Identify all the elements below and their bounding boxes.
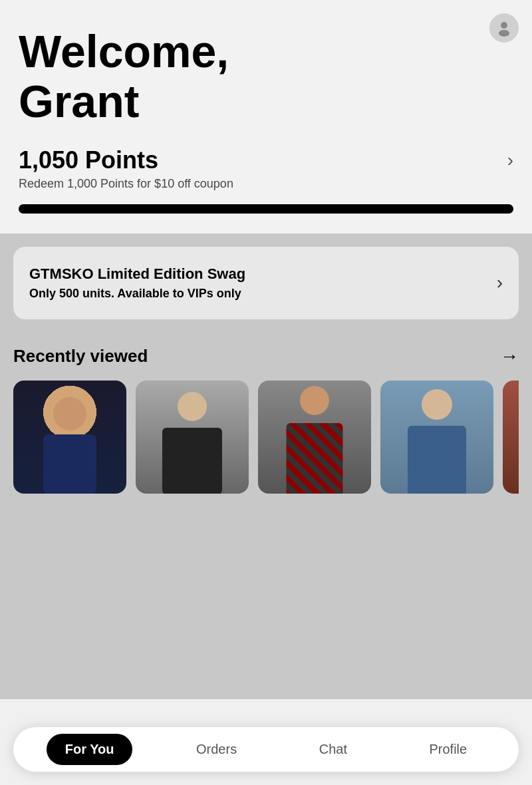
recently-viewed-section: Recently viewed → bbox=[13, 346, 519, 500]
recently-viewed-title: Recently viewed bbox=[13, 346, 148, 367]
promo-chevron-icon: › bbox=[497, 272, 503, 293]
nav-profile-label: Profile bbox=[429, 742, 467, 757]
nav-orders[interactable]: Orders bbox=[178, 734, 255, 765]
nav-for-you-label: For You bbox=[65, 742, 114, 757]
bottom-section: GTMSKO Limited Edition Swag Only 500 uni… bbox=[0, 234, 532, 699]
welcome-text: Welcome, Grant bbox=[19, 27, 513, 126]
promo-subtitle: Only 500 units. Available to VIPs only bbox=[29, 287, 497, 301]
redeem-text: Redeem 1,000 Points for $10 off coupon bbox=[19, 177, 513, 191]
products-scroll[interactable] bbox=[13, 381, 519, 500]
nav-for-you[interactable]: For You bbox=[47, 734, 133, 765]
points-chevron-icon[interactable]: › bbox=[507, 150, 513, 171]
promo-content: GTMSKO Limited Edition Swag Only 500 uni… bbox=[29, 265, 497, 301]
nav-orders-label: Orders bbox=[196, 742, 237, 757]
points-section: 1,050 Points › Redeem 1,000 Points for $… bbox=[19, 146, 513, 214]
promo-card[interactable]: GTMSKO Limited Edition Swag Only 500 uni… bbox=[13, 247, 519, 319]
see-all-arrow-icon[interactable]: → bbox=[500, 346, 519, 367]
nav-chat-label: Chat bbox=[319, 742, 347, 757]
bottom-nav: For You Orders Chat Profile bbox=[13, 727, 519, 772]
nav-chat[interactable]: Chat bbox=[301, 734, 366, 765]
svg-point-1 bbox=[499, 30, 509, 37]
points-label: 1,050 Points bbox=[19, 146, 158, 174]
nav-profile[interactable]: Profile bbox=[410, 734, 485, 765]
product-card[interactable] bbox=[503, 381, 519, 494]
promo-title: GTMSKO Limited Edition Swag bbox=[29, 265, 497, 283]
product-card[interactable] bbox=[136, 381, 249, 494]
avatar-button[interactable] bbox=[489, 13, 519, 43]
top-section: Welcome, Grant 1,050 Points › Redeem 1,0… bbox=[0, 0, 532, 234]
svg-point-0 bbox=[501, 22, 507, 29]
product-card[interactable] bbox=[380, 381, 493, 494]
progress-bar bbox=[19, 204, 513, 214]
product-card[interactable] bbox=[258, 381, 371, 494]
product-card[interactable] bbox=[13, 381, 126, 494]
